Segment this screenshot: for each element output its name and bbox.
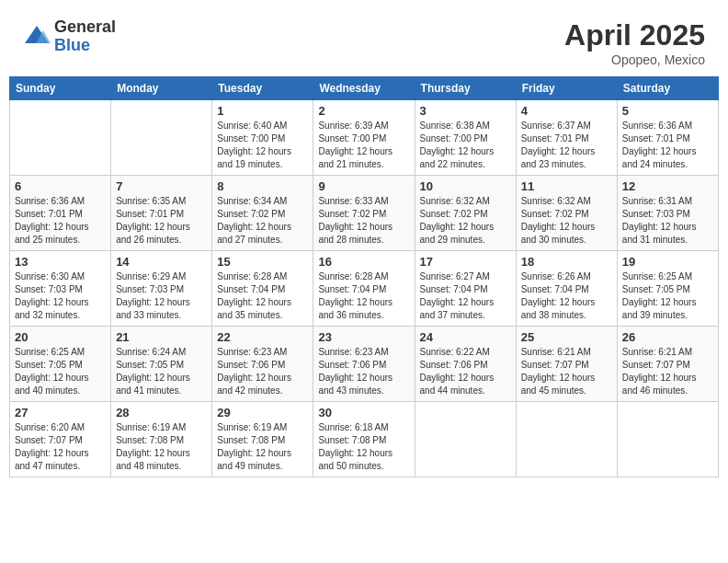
day-info: Sunrise: 6:20 AM Sunset: 7:07 PM Dayligh… bbox=[15, 421, 106, 473]
weekday-header-sunday: Sunday bbox=[10, 77, 111, 100]
day-info: Sunrise: 6:35 AM Sunset: 7:01 PM Dayligh… bbox=[116, 195, 207, 247]
calendar-cell: 9Sunrise: 6:33 AM Sunset: 7:02 PM Daylig… bbox=[313, 176, 415, 251]
weekday-header-row: SundayMondayTuesdayWednesdayThursdayFrid… bbox=[10, 77, 719, 100]
day-info: Sunrise: 6:37 AM Sunset: 7:01 PM Dayligh… bbox=[521, 120, 612, 171]
day-number: 13 bbox=[15, 255, 106, 269]
day-info: Sunrise: 6:23 AM Sunset: 7:06 PM Dayligh… bbox=[318, 346, 409, 397]
calendar-cell: 1Sunrise: 6:40 AM Sunset: 7:00 PM Daylig… bbox=[212, 100, 313, 176]
day-number: 6 bbox=[15, 179, 106, 193]
week-row-5: 27Sunrise: 6:20 AM Sunset: 7:07 PM Dayli… bbox=[10, 402, 719, 477]
day-number: 26 bbox=[622, 330, 713, 344]
day-number: 25 bbox=[521, 330, 612, 344]
weekday-header-friday: Friday bbox=[516, 77, 617, 100]
weekday-header-thursday: Thursday bbox=[415, 77, 516, 100]
day-info: Sunrise: 6:38 AM Sunset: 7:00 PM Dayligh… bbox=[420, 120, 511, 171]
calendar-cell: 28Sunrise: 6:19 AM Sunset: 7:08 PM Dayli… bbox=[111, 402, 212, 477]
day-info: Sunrise: 6:36 AM Sunset: 7:01 PM Dayligh… bbox=[622, 120, 713, 171]
calendar-cell bbox=[617, 402, 718, 477]
calendar-cell bbox=[10, 100, 111, 176]
calendar-cell: 14Sunrise: 6:29 AM Sunset: 7:03 PM Dayli… bbox=[111, 251, 212, 327]
week-row-3: 13Sunrise: 6:30 AM Sunset: 7:03 PM Dayli… bbox=[10, 251, 719, 327]
calendar-cell: 24Sunrise: 6:22 AM Sunset: 7:06 PM Dayli… bbox=[415, 327, 516, 402]
calendar-cell: 11Sunrise: 6:32 AM Sunset: 7:02 PM Dayli… bbox=[516, 176, 617, 251]
day-info: Sunrise: 6:28 AM Sunset: 7:04 PM Dayligh… bbox=[318, 270, 409, 322]
calendar-cell: 7Sunrise: 6:35 AM Sunset: 7:01 PM Daylig… bbox=[111, 176, 212, 251]
day-number: 24 bbox=[420, 330, 511, 344]
calendar-cell: 8Sunrise: 6:34 AM Sunset: 7:02 PM Daylig… bbox=[212, 176, 313, 251]
logo-blue: Blue bbox=[54, 37, 116, 55]
day-info: Sunrise: 6:19 AM Sunset: 7:08 PM Dayligh… bbox=[116, 421, 207, 473]
day-number: 15 bbox=[217, 255, 308, 269]
day-info: Sunrise: 6:18 AM Sunset: 7:08 PM Dayligh… bbox=[318, 421, 409, 473]
day-number: 22 bbox=[217, 330, 308, 344]
calendar-cell: 18Sunrise: 6:26 AM Sunset: 7:04 PM Dayli… bbox=[516, 251, 617, 327]
day-number: 1 bbox=[217, 104, 308, 118]
day-info: Sunrise: 6:29 AM Sunset: 7:03 PM Dayligh… bbox=[116, 270, 207, 322]
day-number: 9 bbox=[318, 179, 409, 193]
calendar-cell: 20Sunrise: 6:25 AM Sunset: 7:05 PM Dayli… bbox=[10, 327, 111, 402]
calendar-cell: 6Sunrise: 6:36 AM Sunset: 7:01 PM Daylig… bbox=[10, 176, 111, 251]
day-info: Sunrise: 6:31 AM Sunset: 7:03 PM Dayligh… bbox=[622, 195, 713, 247]
day-number: 19 bbox=[622, 255, 713, 269]
day-info: Sunrise: 6:24 AM Sunset: 7:05 PM Dayligh… bbox=[116, 346, 207, 397]
day-info: Sunrise: 6:39 AM Sunset: 7:00 PM Dayligh… bbox=[318, 120, 409, 171]
calendar-cell: 3Sunrise: 6:38 AM Sunset: 7:00 PM Daylig… bbox=[415, 100, 516, 176]
title-block: April 2025 Opopeo, Mexico bbox=[564, 18, 705, 67]
day-number: 16 bbox=[318, 255, 409, 269]
day-number: 30 bbox=[318, 406, 409, 419]
week-row-1: 1Sunrise: 6:40 AM Sunset: 7:00 PM Daylig… bbox=[10, 100, 719, 176]
day-info: Sunrise: 6:36 AM Sunset: 7:01 PM Dayligh… bbox=[15, 195, 106, 247]
day-number: 10 bbox=[420, 179, 511, 193]
day-info: Sunrise: 6:28 AM Sunset: 7:04 PM Dayligh… bbox=[217, 270, 308, 322]
logo-text: General Blue bbox=[54, 18, 116, 55]
day-number: 2 bbox=[318, 104, 409, 118]
day-info: Sunrise: 6:22 AM Sunset: 7:06 PM Dayligh… bbox=[420, 346, 511, 397]
day-number: 18 bbox=[521, 255, 612, 269]
calendar-cell: 26Sunrise: 6:21 AM Sunset: 7:07 PM Dayli… bbox=[617, 327, 718, 402]
weekday-header-saturday: Saturday bbox=[617, 77, 718, 100]
day-number: 3 bbox=[420, 104, 511, 118]
calendar-cell bbox=[111, 100, 212, 176]
week-row-4: 20Sunrise: 6:25 AM Sunset: 7:05 PM Dayli… bbox=[10, 327, 719, 402]
calendar-cell: 2Sunrise: 6:39 AM Sunset: 7:00 PM Daylig… bbox=[313, 100, 415, 176]
page-header: General Blue April 2025 Opopeo, Mexico bbox=[9, 9, 719, 72]
day-number: 4 bbox=[521, 104, 612, 118]
logo-icon bbox=[23, 23, 51, 51]
calendar-cell: 19Sunrise: 6:25 AM Sunset: 7:05 PM Dayli… bbox=[617, 251, 718, 327]
logo: General Blue bbox=[23, 18, 116, 55]
day-number: 28 bbox=[116, 406, 207, 419]
weekday-header-tuesday: Tuesday bbox=[212, 77, 313, 100]
day-info: Sunrise: 6:32 AM Sunset: 7:02 PM Dayligh… bbox=[420, 195, 511, 247]
day-number: 27 bbox=[15, 406, 106, 419]
calendar-cell: 25Sunrise: 6:21 AM Sunset: 7:07 PM Dayli… bbox=[516, 327, 617, 402]
logo-general: General bbox=[54, 18, 116, 37]
day-number: 29 bbox=[217, 406, 308, 419]
calendar-cell: 15Sunrise: 6:28 AM Sunset: 7:04 PM Dayli… bbox=[212, 251, 313, 327]
day-number: 21 bbox=[116, 330, 207, 344]
day-number: 7 bbox=[116, 179, 207, 193]
day-info: Sunrise: 6:26 AM Sunset: 7:04 PM Dayligh… bbox=[521, 270, 612, 322]
calendar-cell bbox=[415, 402, 516, 477]
day-number: 11 bbox=[521, 179, 612, 193]
day-info: Sunrise: 6:25 AM Sunset: 7:05 PM Dayligh… bbox=[15, 346, 106, 397]
week-row-2: 6Sunrise: 6:36 AM Sunset: 7:01 PM Daylig… bbox=[10, 176, 719, 251]
day-info: Sunrise: 6:27 AM Sunset: 7:04 PM Dayligh… bbox=[420, 270, 511, 322]
calendar-cell: 12Sunrise: 6:31 AM Sunset: 7:03 PM Dayli… bbox=[617, 176, 718, 251]
day-info: Sunrise: 6:23 AM Sunset: 7:06 PM Dayligh… bbox=[217, 346, 308, 397]
day-info: Sunrise: 6:25 AM Sunset: 7:05 PM Dayligh… bbox=[622, 270, 713, 322]
day-number: 23 bbox=[318, 330, 409, 344]
calendar-cell: 10Sunrise: 6:32 AM Sunset: 7:02 PM Dayli… bbox=[415, 176, 516, 251]
day-info: Sunrise: 6:32 AM Sunset: 7:02 PM Dayligh… bbox=[521, 195, 612, 247]
day-info: Sunrise: 6:33 AM Sunset: 7:02 PM Dayligh… bbox=[318, 195, 409, 247]
calendar-table: SundayMondayTuesdayWednesdayThursdayFrid… bbox=[9, 76, 719, 477]
day-number: 5 bbox=[622, 104, 713, 118]
calendar-cell: 5Sunrise: 6:36 AM Sunset: 7:01 PM Daylig… bbox=[617, 100, 718, 176]
calendar-cell: 30Sunrise: 6:18 AM Sunset: 7:08 PM Dayli… bbox=[313, 402, 415, 477]
month-title: April 2025 bbox=[564, 18, 705, 52]
day-info: Sunrise: 6:30 AM Sunset: 7:03 PM Dayligh… bbox=[15, 270, 106, 322]
day-number: 8 bbox=[217, 179, 308, 193]
weekday-header-wednesday: Wednesday bbox=[313, 77, 415, 100]
calendar-cell: 21Sunrise: 6:24 AM Sunset: 7:05 PM Dayli… bbox=[111, 327, 212, 402]
day-number: 17 bbox=[420, 255, 511, 269]
calendar-cell: 4Sunrise: 6:37 AM Sunset: 7:01 PM Daylig… bbox=[516, 100, 617, 176]
